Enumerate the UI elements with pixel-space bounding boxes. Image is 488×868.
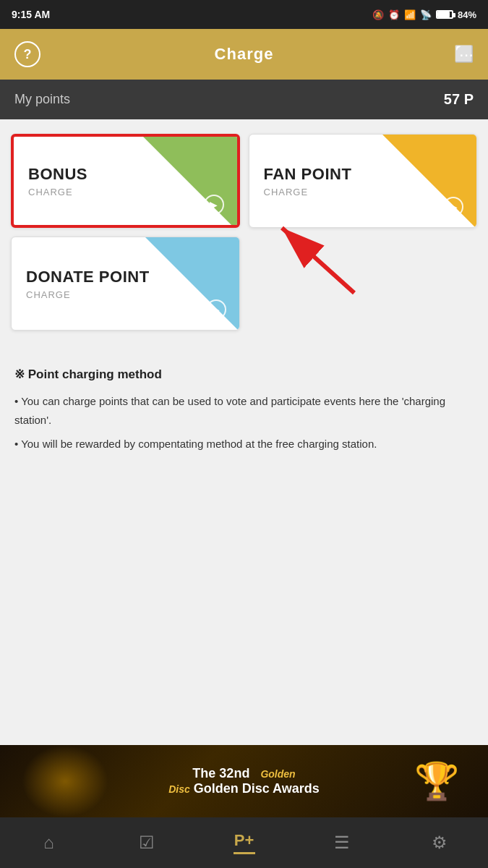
trophy-icon: 🏆 bbox=[414, 760, 459, 802]
fan-card-content: FAN POINT CHARGE bbox=[249, 135, 477, 227]
banner-text: The 32nd GoldenDisc Golden Disc Awards bbox=[168, 766, 320, 796]
tab-settings[interactable]: ⚙ bbox=[390, 833, 488, 853]
donate-card-content: DONATE POINT CHARGE bbox=[12, 237, 239, 330]
info-line-1: • You can charge points that can be used… bbox=[14, 392, 474, 429]
header: ? Charge ⬜ ··· bbox=[0, 29, 488, 80]
tab-list[interactable]: ☰ bbox=[293, 833, 390, 853]
wifi-icon: 📶 bbox=[404, 9, 416, 20]
fan-point-card[interactable]: FAN POINT CHARGE ▶ bbox=[249, 134, 478, 228]
cards-section: BONUS CHARGE ▶ FAN POINT CHARGE ▶ DONATE… bbox=[0, 119, 488, 345]
points-value: 57 P bbox=[444, 91, 474, 108]
check-icon: ☑ bbox=[139, 833, 155, 853]
dots-icon: ··· bbox=[459, 44, 474, 64]
info-line-2: • You will be rewarded by compentating m… bbox=[14, 435, 474, 454]
bonus-card-arrow[interactable]: ▶ bbox=[204, 195, 224, 215]
tab-check[interactable]: ☑ bbox=[98, 833, 195, 853]
home-icon: ⌂ bbox=[43, 833, 54, 853]
golden-disc-banner[interactable]: The 32nd GoldenDisc Golden Disc Awards 🏆 bbox=[0, 745, 488, 817]
donate-point-card[interactable]: DONATE POINT CHARGE ▶ bbox=[11, 237, 240, 331]
donate-card-title: DONATE POINT bbox=[26, 268, 225, 286]
points-icon: P+ bbox=[234, 831, 254, 850]
tab-bar: ⌂ ☑ P+ ☰ ⚙ bbox=[0, 817, 488, 868]
page-title: Charge bbox=[215, 45, 274, 64]
bonus-card-title: BONUS bbox=[28, 165, 223, 184]
donate-card-subtitle: CHARGE bbox=[26, 289, 225, 300]
info-title: ※ Point charging method bbox=[14, 367, 474, 382]
battery-icon bbox=[436, 10, 453, 19]
points-bar: My points 57 P bbox=[0, 80, 488, 119]
battery-percent: 84% bbox=[458, 9, 476, 20]
banner-awards: Golden Disc Awards bbox=[194, 781, 320, 796]
banner-pre-text: The 32nd bbox=[192, 766, 257, 780]
question-icon: ? bbox=[24, 47, 32, 62]
donate-card-arrow[interactable]: ▶ bbox=[206, 299, 226, 320]
bonus-card[interactable]: BONUS CHARGE ▶ bbox=[11, 134, 240, 228]
alarm-icon: ⏰ bbox=[388, 9, 400, 20]
battery-fill bbox=[437, 12, 450, 17]
status-time: 9:15 AM bbox=[12, 9, 50, 20]
fan-card-subtitle: CHARGE bbox=[264, 187, 463, 197]
signal-icon: 📡 bbox=[420, 9, 432, 20]
bonus-card-subtitle: CHARGE bbox=[28, 187, 223, 197]
points-label: My points bbox=[14, 92, 70, 107]
fan-card-title: FAN POINT bbox=[264, 165, 463, 184]
settings-icon: ⚙ bbox=[432, 833, 448, 853]
tab-points[interactable]: P+ bbox=[195, 831, 293, 854]
list-icon: ☰ bbox=[334, 833, 350, 853]
notification-icon: 🔕 bbox=[372, 9, 384, 20]
info-text: • You can charge points that can be used… bbox=[14, 392, 474, 454]
message-button[interactable]: ⬜ ··· bbox=[454, 45, 474, 64]
fan-card-arrow[interactable]: ▶ bbox=[443, 197, 463, 217]
tab-active-indicator bbox=[234, 852, 255, 854]
status-bar: 9:15 AM 🔕 ⏰ 📶 📡 84% bbox=[0, 0, 488, 29]
status-right: 🔕 ⏰ 📶 📡 84% bbox=[372, 9, 476, 20]
info-section: ※ Point charging method • You can charge… bbox=[0, 345, 488, 468]
banner-glow bbox=[22, 745, 108, 817]
tab-home[interactable]: ⌂ bbox=[0, 833, 98, 853]
bonus-card-content: BONUS CHARGE bbox=[14, 137, 237, 225]
help-button[interactable]: ? bbox=[14, 41, 40, 67]
